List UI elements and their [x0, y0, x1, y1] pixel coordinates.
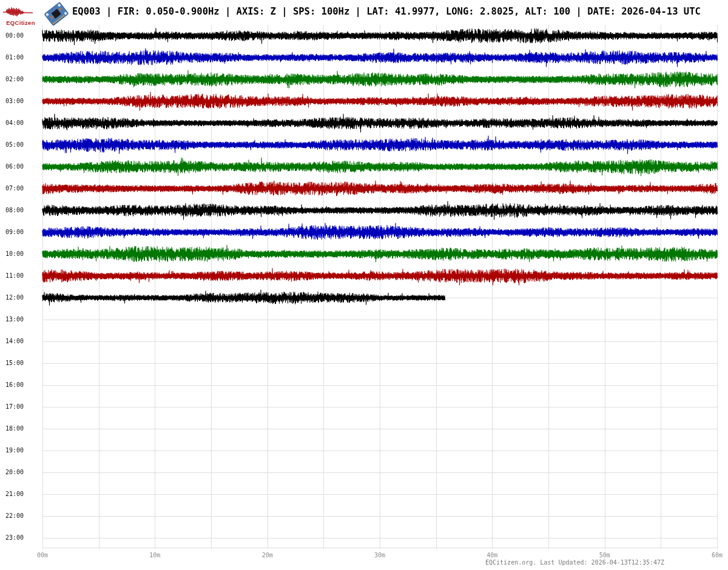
hour-label: 10:00 — [5, 250, 24, 258]
minute-tick-label: 50m — [592, 552, 618, 559]
eqcitizen-logo: EQCitizen — [2, 4, 39, 26]
hour-label: 11:00 — [5, 272, 24, 280]
hour-label: 15:00 — [5, 360, 24, 367]
seismic-waveform-icon — [3, 4, 38, 21]
hour-label: 12:00 — [5, 294, 24, 301]
hour-label: 08:00 — [5, 207, 24, 214]
footer-last-updated: EQCitizen.org. Last Updated: 2026-04-13T… — [485, 559, 664, 566]
hour-label: 20:00 — [5, 469, 24, 476]
hour-label: 18:00 — [5, 425, 24, 432]
minute-tick-label: 30m — [366, 552, 393, 559]
hour-label: 07:00 — [5, 185, 24, 192]
hour-label: 05:00 — [5, 141, 24, 149]
hour-label: 14:00 — [5, 338, 24, 345]
hour-label: 03:00 — [5, 98, 24, 105]
minute-tick-label: 10m — [141, 552, 168, 559]
minute-tick-label: 40m — [479, 552, 505, 559]
hour-label: 00:00 — [5, 32, 24, 39]
pcb-sensor-board-icon — [42, 1, 70, 27]
helicorder-screen: EQCitizen EQ003 | FIR: 0.050-0.900Hz | — [0, 0, 728, 570]
hour-label: 19:00 — [5, 447, 24, 454]
hour-label: 04:00 — [5, 119, 24, 127]
hour-label: 16:00 — [5, 381, 24, 389]
hour-label: 02:00 — [5, 76, 24, 83]
logo-text: EQCitizen — [2, 19, 39, 26]
station-info-title: EQ003 | FIR: 0.050-0.900Hz | AXIS: Z | S… — [72, 6, 701, 17]
hour-label: 23:00 — [5, 534, 24, 542]
hour-label: 22:00 — [5, 512, 24, 520]
helicorder-plot-canvas — [0, 0, 728, 570]
hour-label: 17:00 — [5, 403, 24, 411]
hour-label: 13:00 — [5, 316, 24, 323]
minute-tick-label: 00m — [29, 552, 56, 559]
hour-label: 01:00 — [5, 54, 24, 61]
hour-label: 09:00 — [5, 229, 24, 236]
minute-tick-label: 60m — [704, 552, 728, 559]
minute-tick-label: 20m — [254, 552, 281, 559]
hour-label: 06:00 — [5, 163, 24, 170]
hour-label: 21:00 — [5, 491, 24, 498]
